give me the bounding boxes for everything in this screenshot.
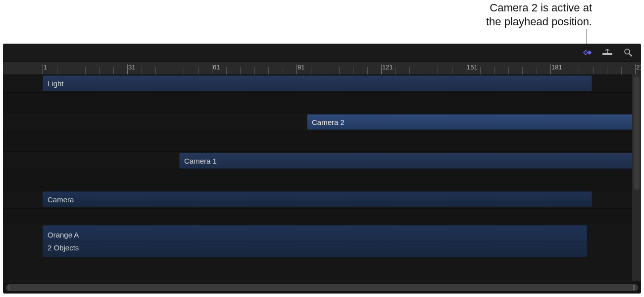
track-row-camera: Camera [3, 190, 632, 209]
clip-label: Camera 1 [184, 157, 217, 165]
ruler-label: 91 [297, 63, 304, 71]
clip-label: Camera [48, 195, 74, 204]
annotation-callout: Camera 2 is active at the playhead posit… [486, 1, 592, 28]
ruler-tick [522, 67, 523, 75]
track-row-camera2: Camera 2 [3, 113, 632, 131]
clip-camera1[interactable]: Camera 1 [179, 153, 637, 169]
ruler-tick [198, 67, 198, 75]
ruler-tick [85, 67, 86, 75]
ruler-tick-major [127, 64, 128, 75]
track-row-group: Orange A2 Objects [3, 224, 632, 258]
ruler-tick [99, 67, 99, 75]
ruler-tick [240, 67, 241, 75]
horizontal-scrollbar[interactable] [3, 282, 641, 294]
marker-icon[interactable] [601, 48, 613, 58]
ruler-tick [508, 67, 509, 75]
keyframe-icon[interactable] [581, 48, 593, 58]
clip-group-subtitle: 2 Objects [43, 241, 587, 254]
ruler-tick [537, 67, 537, 75]
ruler-tick [142, 67, 142, 75]
ruler-tick [579, 67, 579, 75]
ruler-tick-major [43, 64, 43, 75]
ruler-label: 1 [44, 63, 47, 71]
ruler-tick-major [550, 64, 551, 75]
track-gap [3, 93, 632, 113]
ruler-tick [409, 67, 410, 75]
ruler-tick [353, 67, 353, 75]
ruler-label: 121 [382, 63, 393, 71]
ruler-tick [396, 67, 396, 75]
clip-light[interactable]: Light [43, 75, 592, 91]
clip-camera2[interactable]: Camera 2 [307, 114, 637, 130]
zoom-icon[interactable] [622, 48, 634, 58]
vertical-scrollbar[interactable] [632, 74, 641, 281]
horizontal-scrollbar-thumb[interactable] [6, 284, 638, 291]
ruler-tick [311, 67, 311, 75]
scrollbar-grip-right[interactable] [633, 285, 636, 290]
ruler-tick [480, 67, 481, 75]
track-gap [3, 170, 632, 190]
ruler-tick [339, 67, 340, 75]
ruler-tick [113, 67, 114, 75]
ruler-tick [170, 67, 170, 75]
ruler-tick [607, 67, 607, 75]
ruler-tick [71, 67, 71, 75]
track-row-camera1: Camera 1 [3, 152, 632, 170]
ruler-tick [438, 67, 438, 75]
ruler-tick [283, 67, 283, 75]
track-row-light: Light [3, 74, 632, 93]
ruler-tick-major [381, 64, 382, 75]
timeline-panel: 1316191121151181211 LightCamera 2Camera … [3, 44, 641, 294]
ruler-label: 181 [551, 63, 562, 71]
ruler-label: 151 [467, 63, 478, 71]
ruler-tick-major [635, 64, 636, 75]
clip-group-title: Orange A [43, 229, 587, 241]
ruler-tick [452, 67, 452, 75]
track-gap [3, 131, 632, 152]
ruler-tick [155, 67, 156, 75]
clip-label: Camera 2 [312, 118, 345, 126]
ruler-tick [268, 67, 269, 75]
horizontal-scrollbar-track[interactable] [6, 284, 638, 291]
timeline-ruler[interactable]: 1316191121151181211 [3, 62, 641, 75]
track-gap [3, 209, 632, 224]
clip-camera[interactable]: Camera [43, 191, 592, 207]
ruler-tick [621, 67, 622, 75]
scrollbar-grip-left[interactable] [8, 285, 11, 290]
ruler-label: 61 [213, 63, 220, 71]
ruler-tick [226, 67, 227, 75]
ruler-tick [325, 67, 325, 75]
ruler-tick [184, 67, 184, 75]
ruler-tick [424, 67, 424, 75]
ruler-tick [494, 67, 495, 75]
svg-point-4 [625, 49, 630, 54]
vertical-scrollbar-thumb[interactable] [634, 76, 640, 190]
ruler-tick-major [466, 64, 466, 75]
ruler-tick [254, 67, 255, 75]
annotation-line-2: the playhead position. [486, 15, 592, 29]
timeline-toolbar [3, 44, 641, 62]
clip-group[interactable]: Orange A2 Objects [43, 225, 587, 257]
ruler-tick-major [297, 64, 297, 75]
ruler-label: 211 [636, 63, 641, 71]
clip-label: Light [48, 79, 64, 88]
svg-marker-6 [631, 54, 632, 57]
annotation-line-1: Camera 2 is active at [486, 1, 592, 15]
timeline-tracks: LightCamera 2Camera 1CameraOrange A2 Obj… [3, 74, 632, 281]
ruler-tick [565, 67, 565, 75]
ruler-tick [57, 67, 57, 75]
ruler-tick [593, 67, 594, 75]
ruler-tick [367, 67, 368, 75]
ruler-tick-major [212, 64, 212, 75]
ruler-label: 31 [128, 63, 135, 71]
